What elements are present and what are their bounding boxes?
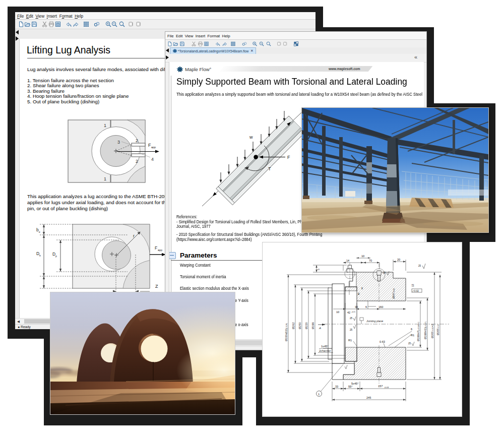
svg-text:Ø330d111(-0.26): Ø330d111(-0.26)	[285, 323, 288, 341]
svg-text:h: h	[39, 254, 41, 257]
svg-text:Jointing plane: Jointing plane	[366, 320, 383, 323]
svg-text:Ø250: Ø250	[298, 322, 301, 329]
svg-text:2: 2	[136, 159, 138, 164]
svg-text:25: 25	[408, 342, 411, 345]
svg-text:E: E	[358, 292, 360, 295]
svg-text:app: app	[151, 146, 156, 149]
svg-text:Z: Z	[155, 284, 158, 289]
svg-text:10: 10	[361, 255, 364, 258]
svg-text:20: 20	[397, 258, 400, 261]
svg-text:6: 6	[411, 328, 412, 331]
svg-text:1x45°: 1x45°	[321, 345, 328, 348]
svg-text:F: F	[155, 245, 157, 251]
svg-text:3: 3	[117, 140, 120, 145]
svg-text:33: 33	[335, 385, 338, 388]
svg-text:R1: R1	[348, 339, 352, 342]
svg-text:-0.03: -0.03	[384, 386, 389, 389]
svg-text:10: 10	[336, 310, 339, 314]
svg-text:A: A	[319, 327, 321, 330]
svg-text:13: 13	[411, 284, 414, 287]
svg-text:w: w	[249, 135, 253, 140]
svg-text:2: 2	[136, 138, 138, 143]
svg-text:55°: 55°	[348, 385, 352, 388]
svg-text:42: 42	[347, 311, 350, 314]
svg-text:T: T	[268, 166, 271, 171]
svg-text:25: 25	[418, 265, 421, 267]
svg-text:6: 6	[365, 305, 367, 308]
svg-text:Ø199: Ø199	[311, 322, 314, 329]
svg-text:Ø199H7(+0.046)×2: Ø199H7(+0.046)×2	[417, 322, 420, 341]
svg-text:0.63: 0.63	[380, 340, 385, 343]
svg-text:157: 157	[378, 385, 383, 388]
svg-text:Ø220: Ø220	[305, 322, 308, 329]
svg-text:r: r	[133, 233, 135, 238]
svg-text:Ø355-0.05×2: Ø355-0.05×2	[431, 324, 434, 338]
svg-text:app: app	[158, 248, 162, 252]
svg-text:+0.5: +0.5	[351, 310, 356, 313]
svg-text:5: 5	[317, 269, 320, 270]
svg-text:1: 1	[318, 393, 320, 396]
svg-text:∕∕ 0.02: ∕∕ 0.02	[412, 290, 419, 292]
svg-text:p: p	[55, 255, 57, 258]
svg-text:14: 14	[346, 259, 349, 262]
svg-text:4: 4	[151, 157, 154, 162]
svg-text:160: 160	[379, 305, 383, 308]
svg-text:1: 1	[104, 123, 106, 128]
svg-text:F: F	[287, 155, 290, 160]
svg-text:e: e	[39, 230, 40, 233]
svg-text:8: 8	[361, 287, 363, 290]
svg-text:25: 25	[383, 272, 386, 274]
svg-text:30: 30	[355, 305, 358, 308]
svg-text:2chamfer: 2chamfer	[319, 349, 331, 352]
svg-text:Ø355-0.11: Ø355-0.11	[436, 324, 439, 335]
svg-text:1: 1	[104, 176, 106, 181]
svg-text:25: 25	[350, 329, 353, 331]
svg-text:R1: R1	[411, 334, 414, 337]
svg-text:245: 245	[366, 396, 371, 399]
svg-text:25: 25	[350, 317, 353, 320]
svg-text:5x45°: 5x45°	[351, 382, 358, 385]
svg-text:70: 70	[369, 259, 372, 262]
svg-text:Ø262: Ø262	[292, 322, 295, 329]
